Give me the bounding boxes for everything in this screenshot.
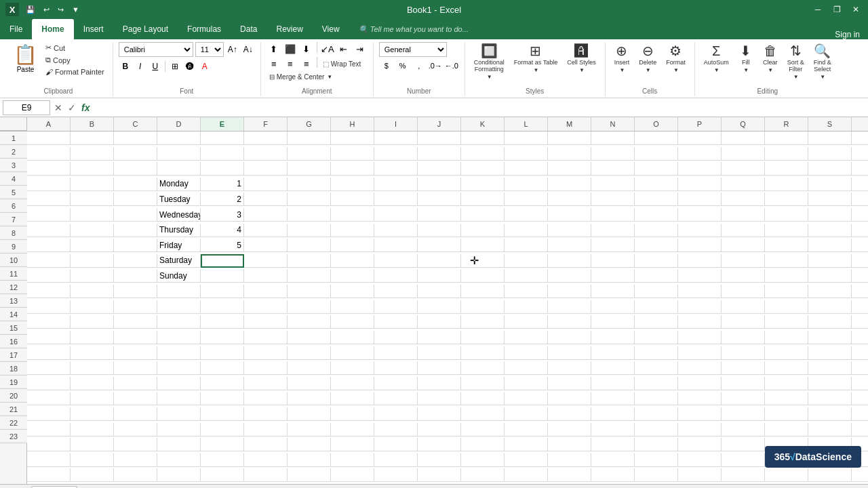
cell-F18[interactable] xyxy=(244,392,288,405)
cell-D10[interactable]: Sunday xyxy=(157,269,201,283)
cell-G14[interactable] xyxy=(288,331,331,344)
cell-M4[interactable] xyxy=(548,178,591,191)
row-header-14[interactable]: 14 xyxy=(0,308,27,321)
cell-H7[interactable] xyxy=(331,224,374,237)
cell-L20[interactable] xyxy=(505,423,548,436)
cell-K7[interactable] xyxy=(461,224,505,237)
cell-H2[interactable] xyxy=(331,147,374,161)
cell-G18[interactable] xyxy=(288,392,331,405)
cell-P19[interactable] xyxy=(678,407,722,421)
cell-Q12[interactable] xyxy=(722,300,765,314)
cell-S14[interactable] xyxy=(808,331,852,344)
cell-M6[interactable] xyxy=(548,208,591,222)
cell-B20[interactable] xyxy=(71,423,114,436)
cell-S23[interactable] xyxy=(808,468,852,482)
cell-R13[interactable] xyxy=(765,315,808,329)
cell-M1[interactable] xyxy=(548,131,591,145)
cell-R17[interactable] xyxy=(765,377,808,390)
cell-N23[interactable] xyxy=(591,468,635,482)
cell-Q21[interactable] xyxy=(722,438,765,451)
cell-P16[interactable] xyxy=(678,361,722,375)
row-header-16[interactable]: 16 xyxy=(0,335,27,348)
cell-E16[interactable] xyxy=(201,361,244,375)
row-header-5[interactable]: 5 xyxy=(0,186,27,199)
cell-P6[interactable] xyxy=(678,208,722,222)
decrease-font-btn[interactable]: A↓ xyxy=(241,43,255,56)
cell-O9[interactable] xyxy=(635,254,678,268)
cell-A13[interactable] xyxy=(27,315,71,329)
cell-H15[interactable] xyxy=(331,346,374,360)
cell-E1[interactable] xyxy=(201,131,244,145)
cell-P17[interactable] xyxy=(678,377,722,390)
cell-I18[interactable] xyxy=(374,392,418,405)
cell-H16[interactable] xyxy=(331,361,374,375)
cell-E12[interactable] xyxy=(201,300,244,314)
format-button[interactable]: ⚙ Format ▼ xyxy=(663,42,689,75)
cell-I1[interactable] xyxy=(374,131,418,145)
cell-F13[interactable] xyxy=(244,315,288,329)
cell-H4[interactable] xyxy=(331,178,374,191)
cell-L4[interactable] xyxy=(505,178,548,191)
cell-B13[interactable] xyxy=(71,315,114,329)
cell-L6[interactable] xyxy=(505,208,548,222)
cell-K23[interactable] xyxy=(461,468,505,482)
conditional-formatting-button[interactable]: 🔲 ConditionalFormatting ▼ xyxy=(471,42,508,82)
cell-G12[interactable] xyxy=(288,300,331,314)
cell-H21[interactable] xyxy=(331,438,374,451)
cell-N6[interactable] xyxy=(591,208,635,222)
cell-K11[interactable] xyxy=(461,285,505,298)
cell-Q9[interactable] xyxy=(722,254,765,268)
cell-S17[interactable] xyxy=(808,377,852,390)
cell-I10[interactable] xyxy=(374,269,418,283)
cell-Q23[interactable] xyxy=(722,468,765,482)
cell-K5[interactable] xyxy=(461,192,505,206)
cell-B5[interactable] xyxy=(71,192,114,206)
cell-B16[interactable] xyxy=(71,361,114,375)
tab-file[interactable]: File xyxy=(0,19,32,39)
cell-J2[interactable] xyxy=(418,147,461,161)
cell-S18[interactable] xyxy=(808,392,852,405)
cell-E21[interactable] xyxy=(201,438,244,451)
cell-O16[interactable] xyxy=(635,361,678,375)
formula-confirm-btn[interactable]: ✓ xyxy=(66,101,77,115)
col-header-M[interactable]: M xyxy=(548,117,591,131)
cell-D4[interactable]: Monday xyxy=(157,178,201,191)
cell-T8[interactable] xyxy=(852,239,868,252)
align-middle-btn[interactable]: ⬛ xyxy=(283,42,298,56)
cell-I19[interactable] xyxy=(374,407,418,421)
cell-P7[interactable] xyxy=(678,224,722,237)
row-header-11[interactable]: 11 xyxy=(0,267,27,281)
cell-M17[interactable] xyxy=(548,377,591,390)
cell-Q4[interactable] xyxy=(722,178,765,191)
cell-R8[interactable] xyxy=(765,239,808,252)
cell-K4[interactable] xyxy=(461,178,505,191)
cell-D13[interactable] xyxy=(157,315,201,329)
cell-S11[interactable] xyxy=(808,285,852,298)
format-painter-button[interactable]: 🖌 Format Painter xyxy=(43,66,107,77)
cell-P14[interactable] xyxy=(678,331,722,344)
cell-P13[interactable] xyxy=(678,315,722,329)
row-header-4[interactable]: 4 xyxy=(0,172,27,186)
cell-F19[interactable] xyxy=(244,407,288,421)
cell-M3[interactable] xyxy=(548,162,591,176)
cell-Q17[interactable] xyxy=(722,377,765,390)
cell-F5[interactable] xyxy=(244,192,288,206)
cell-B23[interactable] xyxy=(71,468,114,482)
cell-F9[interactable] xyxy=(244,254,288,268)
row-header-17[interactable]: 17 xyxy=(0,348,27,362)
cell-L16[interactable] xyxy=(505,361,548,375)
row-header-22[interactable]: 22 xyxy=(0,416,27,430)
copy-button[interactable]: ⧉ Copy xyxy=(43,54,107,66)
cell-Q16[interactable] xyxy=(722,361,765,375)
cell-R12[interactable] xyxy=(765,300,808,314)
cell-L9[interactable] xyxy=(505,254,548,268)
text-rotate-btn[interactable]: ↙A xyxy=(320,42,335,56)
cell-A1[interactable] xyxy=(27,131,71,145)
cell-R4[interactable] xyxy=(765,178,808,191)
cell-G11[interactable] xyxy=(288,285,331,298)
cell-A17[interactable] xyxy=(27,377,71,390)
cell-C1[interactable] xyxy=(114,131,157,145)
cell-L12[interactable] xyxy=(505,300,548,314)
cell-P8[interactable] xyxy=(678,239,722,252)
find-select-button[interactable]: 🔍 Find &Select ▼ xyxy=(810,42,835,82)
